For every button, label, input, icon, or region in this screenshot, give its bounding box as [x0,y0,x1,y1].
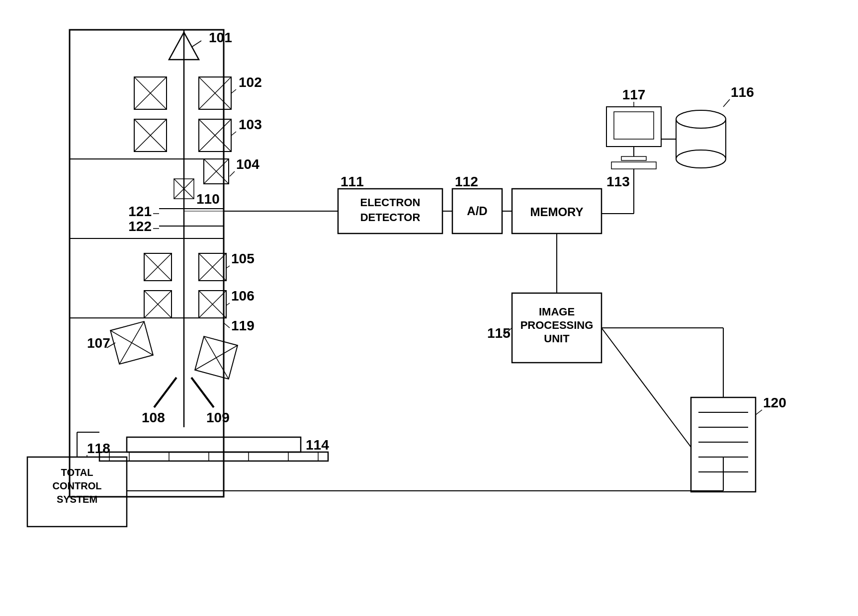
ipu-label2: PROCESSING [520,319,594,331]
ad-label: A/D [467,204,487,218]
label-122: 122 [128,219,152,234]
label-106: 106 [231,288,255,304]
label-112: 112 [455,174,478,189]
label-118: 118 [87,441,110,456]
tcs-label3: SYSTEM [57,494,97,505]
label-119: 119 [231,318,255,333]
label-108: 108 [142,410,165,425]
label-116: 116 [731,84,754,100]
tcs-label1: TOTAL [61,467,93,478]
label-114: 114 [306,437,329,453]
label-104: 104 [236,156,259,172]
svg-rect-0 [0,0,858,616]
label-121: 121 [128,204,152,219]
label-111: 111 [341,174,364,189]
ipu-label1: IMAGE [539,306,575,318]
label-107: 107 [87,335,110,351]
electron-detector-label: ELECTRON [360,196,421,209]
label-101: 101 [209,30,232,45]
label-115: 115 [487,325,511,341]
label-117: 117 [622,87,646,102]
ipu-label3: UNIT [544,332,570,345]
memory-label: MEMORY [530,205,583,219]
tcs-label2: CONTROL [53,480,102,491]
label-103: 103 [239,117,262,132]
label-102: 102 [239,75,262,90]
label-105: 105 [231,251,255,266]
label-109: 109 [206,410,230,425]
label-120: 120 [763,395,786,410]
label-110: 110 [196,191,220,207]
label-113: 113 [606,174,630,189]
electron-detector-label2: DETECTOR [360,211,421,224]
